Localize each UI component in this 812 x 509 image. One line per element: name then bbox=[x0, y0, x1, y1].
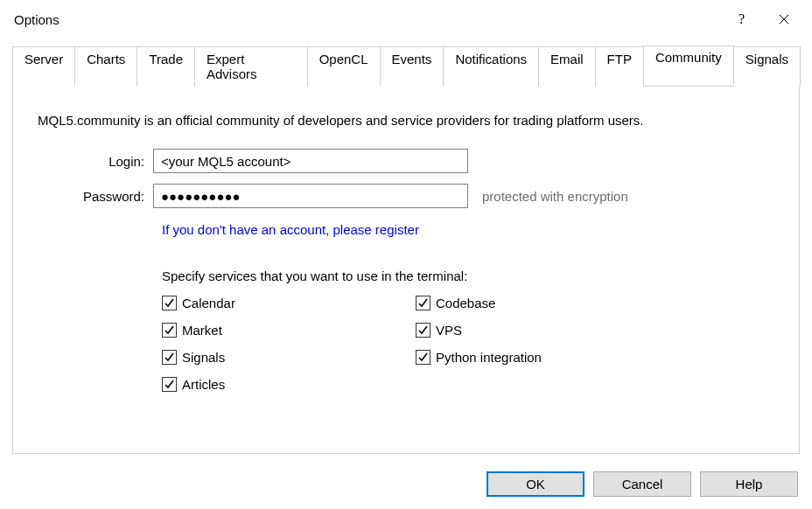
check-icon bbox=[416, 323, 430, 338]
tab-bar: Server Charts Trade Expert Advisors Open… bbox=[12, 45, 800, 87]
cancel-button[interactable]: Cancel bbox=[593, 471, 691, 497]
checkbox-label: Python integration bbox=[436, 350, 542, 365]
help-icon[interactable]: ? bbox=[721, 0, 763, 38]
checkbox-label: VPS bbox=[436, 323, 462, 338]
ok-button[interactable]: OK bbox=[486, 471, 584, 497]
checkbox-market[interactable]: Market bbox=[162, 323, 416, 338]
checkbox-signals[interactable]: Signals bbox=[162, 350, 416, 365]
check-icon bbox=[162, 296, 177, 310]
check-icon bbox=[162, 377, 177, 392]
tab-email[interactable]: Email bbox=[538, 46, 596, 87]
password-label: Password: bbox=[41, 189, 153, 204]
tab-panel-community: MQL5.community is an official community … bbox=[12, 87, 800, 454]
dialog-buttons: OK Cancel Help bbox=[486, 471, 798, 497]
tab-signals[interactable]: Signals bbox=[733, 46, 801, 87]
tab-expert-advisors[interactable]: Expert Advisors bbox=[194, 46, 308, 87]
svg-text:?: ? bbox=[738, 11, 745, 26]
tab-events[interactable]: Events bbox=[380, 46, 444, 87]
check-icon bbox=[416, 350, 430, 365]
tab-ftp[interactable]: FTP bbox=[595, 46, 644, 87]
tab-community[interactable]: Community bbox=[643, 45, 734, 86]
checkbox-label: Codebase bbox=[436, 296, 495, 310]
tab-charts[interactable]: Charts bbox=[74, 46, 137, 87]
login-label: Login: bbox=[41, 154, 153, 169]
titlebar: Options ? bbox=[0, 0, 812, 38]
check-icon bbox=[416, 296, 430, 310]
help-button[interactable]: Help bbox=[700, 471, 798, 497]
checkbox-label: Articles bbox=[182, 377, 225, 392]
tab-notifications[interactable]: Notifications bbox=[443, 46, 539, 87]
login-input[interactable] bbox=[153, 149, 468, 173]
intro-text: MQL5.community is an official community … bbox=[38, 113, 771, 128]
services-grid: Calendar Codebase Market VPS Signals Pyt… bbox=[162, 296, 771, 392]
close-icon[interactable] bbox=[763, 0, 805, 38]
titlebar-controls: ? bbox=[721, 0, 805, 38]
check-icon bbox=[162, 323, 177, 338]
checkbox-articles[interactable]: Articles bbox=[162, 377, 416, 392]
password-input[interactable] bbox=[153, 184, 468, 208]
checkbox-python[interactable]: Python integration bbox=[416, 350, 669, 365]
services-label: Specify services that you want to use in… bbox=[162, 268, 771, 283]
window-title: Options bbox=[14, 12, 60, 27]
checkbox-vps[interactable]: VPS bbox=[416, 323, 669, 338]
checkbox-calendar[interactable]: Calendar bbox=[162, 296, 416, 310]
checkbox-codebase[interactable]: Codebase bbox=[416, 296, 669, 310]
register-link[interactable]: If you don't have an account, please reg… bbox=[162, 222, 419, 237]
tab-server[interactable]: Server bbox=[12, 46, 75, 87]
checkbox-label: Signals bbox=[182, 350, 225, 365]
checkbox-label: Calendar bbox=[182, 296, 235, 310]
tab-opencl[interactable]: OpenCL bbox=[307, 46, 381, 87]
password-hint: protected with encryption bbox=[482, 189, 628, 204]
tab-trade[interactable]: Trade bbox=[136, 46, 195, 87]
check-icon bbox=[162, 350, 177, 365]
checkbox-label: Market bbox=[182, 323, 222, 338]
